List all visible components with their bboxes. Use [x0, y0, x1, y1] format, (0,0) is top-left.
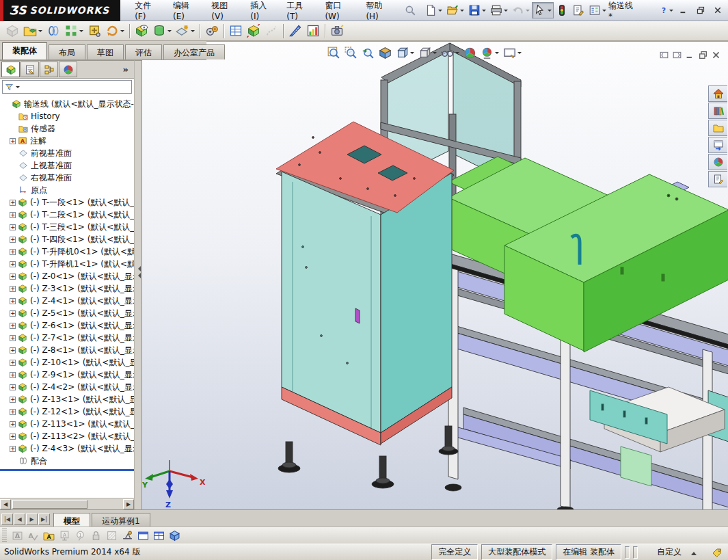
win-close-button[interactable] [710, 3, 725, 17]
view-settings-button[interactable] [501, 44, 524, 61]
commandmanager-tab[interactable]: 布局 [49, 44, 85, 59]
dropdown-caret-icon[interactable] [495, 52, 499, 56]
tree-item[interactable]: +(-) T-升降机1<1> (默认<默认 [0, 258, 134, 270]
expand-icon[interactable]: + [10, 249, 16, 255]
rebuild-button[interactable] [554, 2, 570, 18]
featuremanager-tab[interactable] [1, 62, 20, 77]
tree-item[interactable]: 传感器 [0, 122, 134, 135]
prev-tab-button[interactable]: ◀ [14, 514, 25, 525]
dropdown-caret-icon[interactable] [669, 10, 673, 14]
smart-fasteners-button[interactable] [85, 23, 103, 39]
expand-icon[interactable]: + [10, 323, 16, 329]
tree-item[interactable]: +(-) T-一段<1> (默认<默认_显 [0, 196, 134, 209]
help-button[interactable]: ? [658, 3, 674, 17]
edit-component-button[interactable] [3, 23, 21, 39]
tags-icon[interactable] [712, 547, 723, 558]
section-view-button[interactable] [377, 44, 394, 61]
tree-pane-splitter[interactable] [0, 469, 134, 471]
multi-view-button[interactable] [151, 527, 167, 544]
customize-menu[interactable]: 自定义 [657, 546, 697, 558]
menu-item[interactable]: 插入(I) [243, 0, 279, 23]
tree-item[interactable]: +(-) Z-4<2> (默认<默认_显示 [0, 381, 134, 393]
tree-item[interactable]: +(-) Z-113<2> (默认<默认_显 [0, 430, 134, 442]
model-cabinet[interactable] [276, 122, 458, 488]
win-min-button[interactable] [675, 3, 691, 17]
expand-icon[interactable]: + [10, 372, 16, 378]
viewport-3d[interactable]: X Y Z [141, 41, 728, 509]
file-properties-button[interactable] [570, 2, 587, 18]
dropdown-caret-icon[interactable] [517, 52, 522, 56]
file-explorer-tab[interactable] [708, 120, 727, 136]
area-hatch-button[interactable] [104, 527, 120, 544]
zoom-to-area-button[interactable] [342, 44, 360, 61]
dropdown-caret-icon[interactable] [460, 10, 464, 14]
expand-icon[interactable]: + [10, 224, 16, 230]
note-button[interactable]: A [10, 527, 25, 544]
filter-dropdown-icon[interactable] [16, 86, 20, 90]
options-button[interactable] [587, 2, 608, 18]
tree-item[interactable]: +(-) T-三段<1> (默认<默认_显 [0, 221, 134, 233]
dropdown-caret-icon[interactable] [548, 10, 552, 14]
expand-icon[interactable]: + [10, 261, 16, 267]
isometric-cube-button[interactable] [167, 527, 183, 544]
dropdown-caret-icon[interactable] [79, 30, 83, 34]
explode-line-sketch-button[interactable] [262, 23, 280, 39]
design-library-tab[interactable] [708, 103, 727, 119]
expand-icon[interactable]: + [10, 237, 16, 243]
assembly-visualization-button[interactable] [304, 23, 322, 39]
expand-icon[interactable]: + [10, 274, 16, 280]
dropdown-caret-icon[interactable] [482, 10, 486, 14]
tree-item[interactable]: +(-) Z-7<1> (默认<默认_显示 [0, 332, 134, 344]
tree-item[interactable]: +(-) Z-0<1> (默认<默认_显示 [0, 270, 134, 282]
scroll-right-button[interactable]: ▶ [123, 499, 134, 509]
tree-item[interactable]: +(-) Z-4<1> (默认<默认_显示 [0, 295, 134, 307]
menu-item[interactable]: 窗口(W) [317, 0, 358, 23]
dropdown-caret-icon[interactable] [410, 52, 414, 56]
tree-item[interactable]: 上视基准面 [0, 159, 134, 172]
win-restore-button[interactable] [692, 3, 708, 17]
dropdown-caret-icon[interactable] [38, 30, 42, 34]
win-min-button[interactable] [684, 46, 697, 63]
win-restore-button[interactable] [697, 46, 710, 63]
solidworks-resources-tab[interactable] [708, 85, 727, 102]
dropdown-caret-icon[interactable] [191, 30, 195, 34]
tree-item[interactable]: 前视基准面 [0, 147, 134, 159]
next-tab-button[interactable]: ▶ [26, 514, 38, 525]
zoom-to-fit-button[interactable] [325, 44, 342, 61]
expand-icon[interactable]: + [10, 286, 16, 292]
custom-properties-tab[interactable] [708, 171, 727, 187]
edit-appearance-button[interactable] [461, 44, 478, 61]
displaymanager-tab[interactable] [59, 62, 77, 77]
tree-item[interactable]: +(-) Z-12<1> (默认<默认_显 [0, 405, 134, 418]
exploded-view-button[interactable] [245, 23, 262, 39]
commandmanager-tab[interactable]: 装配体 [2, 42, 47, 59]
balloon-button[interactable]: 1 [72, 527, 88, 544]
display-style-button[interactable] [416, 44, 439, 61]
print-button[interactable] [488, 2, 510, 18]
menu-item[interactable]: 文件(F) [127, 0, 165, 23]
search-button[interactable] [402, 2, 418, 18]
expand-icon[interactable]: + [10, 434, 16, 440]
new-motion-study-button[interactable] [203, 23, 221, 39]
assembly-features-button[interactable] [150, 23, 174, 39]
expand-icon[interactable]: + [10, 347, 16, 354]
expand-icon[interactable]: + [10, 446, 16, 452]
tree-item[interactable]: History [0, 110, 134, 122]
tree-item[interactable]: +(-) Z-5<1> (默认<默认_显示 [0, 307, 134, 319]
tree-item[interactable]: +(-) T-二段<1> (默认<默认_显 [0, 209, 134, 221]
show-hidden-components-button[interactable] [133, 23, 150, 39]
previous-view-button[interactable] [360, 44, 377, 61]
expand-icon[interactable]: + [10, 360, 16, 366]
tree-item[interactable]: +(-) Z-8<1> (默认<默认_显示 [0, 344, 134, 356]
view-orientation-button[interactable] [394, 44, 416, 61]
reference-geometry-button[interactable] [174, 23, 197, 39]
dropdown-caret-icon[interactable] [167, 30, 172, 34]
tree-item[interactable]: +(-) Z-9<1> (默认<默认_显示 [0, 369, 134, 381]
menu-item[interactable]: 编辑(E) [165, 0, 204, 23]
interference-detection-button[interactable] [286, 23, 304, 39]
expand-icon[interactable]: + [10, 397, 16, 403]
tree-item[interactable]: +(-) Z-113<1> (默认<默认_显 [0, 418, 134, 430]
dropdown-caret-icon[interactable] [455, 52, 459, 56]
panel-horizontal-scrollbar[interactable]: ◀ ▶ [0, 498, 134, 509]
expand-icon[interactable]: + [10, 212, 16, 218]
